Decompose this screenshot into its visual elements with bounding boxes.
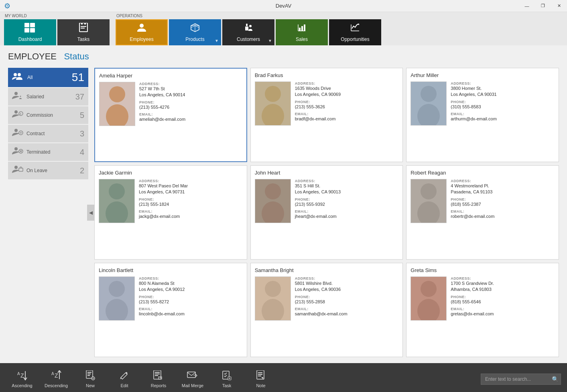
employee-info: ADDRESS: 351 S Hill St.Los Angeles, CA 9… xyxy=(295,179,399,223)
employee-photo xyxy=(255,276,291,321)
reports-button[interactable]: Reports xyxy=(142,365,175,392)
nav-bar: MY WORLD Dashboard xyxy=(0,12,567,45)
search-button[interactable]: 🔍 xyxy=(552,376,559,382)
title-bar: ⚙ DevAV — ❐ ✕ xyxy=(0,0,567,12)
mail-merge-icon xyxy=(187,370,198,382)
task-icon xyxy=(222,370,232,382)
sidebar-label-contract: Contract xyxy=(26,131,45,136)
nav-tile-employees[interactable]: Employees xyxy=(116,19,168,45)
restore-button[interactable]: ❐ xyxy=(535,0,551,12)
nav-tile-tasks[interactable]: Tasks xyxy=(57,19,110,45)
svg-point-57 xyxy=(421,281,437,297)
employee-card[interactable]: Jackie Garmin ADDRESS: 807 West Paseo De… xyxy=(94,165,247,260)
employee-name: Robert Reagan xyxy=(411,170,555,176)
sidebar-count-on-leave: 2 xyxy=(80,166,84,175)
svg-rect-77 xyxy=(258,374,262,375)
svg-point-19 xyxy=(14,73,17,76)
svg-rect-8 xyxy=(81,28,85,28)
nav-tile-customers[interactable]: Customers ▼ xyxy=(222,19,274,45)
nav-tile-sales[interactable]: Sales xyxy=(276,19,328,45)
sidebar: All 51 Salaried 37 xyxy=(8,68,88,357)
customers-dropdown-arrow[interactable]: ▼ xyxy=(268,39,272,43)
ascending-button[interactable]: A Z Ascending xyxy=(6,365,38,392)
employee-card[interactable]: Samantha Bright ADDRESS: 5801 Wilshire B… xyxy=(250,263,403,357)
sidebar-label-commission: Commission xyxy=(26,112,53,118)
mail-merge-button[interactable]: Mail Merge xyxy=(177,365,209,392)
employee-info: ADDRESS: 527 W 7th StLos Angeles, CA 900… xyxy=(139,82,242,126)
employee-name: Arthur Miller xyxy=(411,72,555,78)
svg-point-22 xyxy=(20,96,21,97)
products-dropdown-arrow[interactable]: ▼ xyxy=(215,39,219,43)
employees-icon xyxy=(136,23,147,35)
content-area: All 51 Salaried 37 xyxy=(8,68,559,357)
sidebar-count-commission: 5 xyxy=(80,111,84,120)
reports-icon xyxy=(153,370,164,382)
sidebar-collapse-button[interactable]: ◀ xyxy=(87,205,94,221)
nav-section-my-world: MY WORLD xyxy=(4,14,110,19)
sidebar-count-contract: 3 xyxy=(80,129,84,138)
svg-rect-3 xyxy=(30,28,35,32)
employee-name: Samantha Bright xyxy=(255,267,399,273)
sidebar-label-terminated: Terminated xyxy=(26,149,50,155)
sidebar-item-on-leave[interactable]: On Leave 2 xyxy=(8,162,88,179)
nav-section-operations: OPERATIONS xyxy=(116,14,381,19)
nav-tile-dashboard[interactable]: Dashboard xyxy=(4,19,56,45)
sidebar-item-contract[interactable]: Contract 3 xyxy=(8,125,88,142)
employee-name: Lincoln Bartlett xyxy=(99,267,243,273)
note-button[interactable]: Note xyxy=(245,365,277,392)
edit-button[interactable]: Edit xyxy=(108,365,140,392)
toolbar-search: 🔍 xyxy=(481,374,561,385)
svg-rect-65 xyxy=(87,374,91,374)
employee-info: ADDRESS: 800 N Alameda StLos Angeles, CA… xyxy=(139,276,243,321)
svg-point-48 xyxy=(421,183,437,199)
svg-rect-76 xyxy=(258,372,262,373)
descending-icon: A Z xyxy=(51,370,62,382)
employee-card[interactable]: Arthur Miller ADDRESS: 3800 Homer St.Los… xyxy=(406,68,559,162)
employee-card[interactable]: Brad Farkus ADDRESS: 1635 Woods DriveLos… xyxy=(250,68,403,162)
nav-tile-products[interactable]: Products ▼ xyxy=(169,19,221,45)
employee-name: Greta Sims xyxy=(411,267,555,273)
employee-card[interactable]: Amelia Harper ADDRESS: 527 W 7th StLos A… xyxy=(94,68,247,162)
page-title-suffix: Status xyxy=(64,51,89,61)
nav-tile-opportunities[interactable]: Opportunities xyxy=(329,19,381,45)
employee-card[interactable]: Greta Sims ADDRESS: 1700 S Grandview Dr.… xyxy=(406,263,559,357)
new-button[interactable]: New xyxy=(74,365,106,392)
svg-rect-70 xyxy=(155,374,160,374)
search-wrapper: 🔍 xyxy=(481,374,561,385)
svg-text:$: $ xyxy=(20,112,21,115)
employee-card[interactable]: John Heart ADDRESS: 351 S Hill St.Los An… xyxy=(250,165,403,260)
employees-label: Employees xyxy=(130,37,153,42)
svg-point-14 xyxy=(249,25,252,27)
sidebar-item-salaried[interactable]: Salaried 37 xyxy=(8,88,88,106)
task-button[interactable]: Task xyxy=(211,365,243,392)
minimize-button[interactable]: — xyxy=(519,0,535,12)
employee-info: ADDRESS: 3800 Homer St.Los Angeles, CA 9… xyxy=(451,81,555,126)
tasks-label: Tasks xyxy=(77,37,90,42)
svg-rect-64 xyxy=(87,372,91,373)
employee-info: ADDRESS: 5801 Wilshire Blvd.Los Angeles,… xyxy=(295,276,399,321)
employee-photo xyxy=(255,179,291,223)
svg-rect-16 xyxy=(301,26,303,31)
svg-point-36 xyxy=(265,86,281,102)
close-button[interactable]: ✕ xyxy=(551,0,567,12)
employee-info: ADDRESS: 1700 S Grandview Dr.Alhambra, C… xyxy=(451,276,555,321)
mail-merge-label: Mail Merge xyxy=(182,383,203,388)
svg-point-20 xyxy=(18,73,21,76)
sidebar-item-terminated[interactable]: Terminated 4 xyxy=(8,143,88,161)
customers-icon xyxy=(244,23,253,35)
descending-button[interactable]: A Z Descending xyxy=(40,365,72,392)
sidebar-item-all[interactable]: All 51 xyxy=(8,68,88,87)
commission-icon: $ xyxy=(12,110,23,121)
employee-card[interactable]: Robert Reagan ADDRESS: 4 Westmoreland Pl… xyxy=(406,165,559,260)
employee-name: Amelia Harper xyxy=(99,73,242,79)
search-input[interactable] xyxy=(481,374,561,385)
svg-rect-17 xyxy=(304,24,305,31)
svg-rect-10 xyxy=(246,24,248,26)
sidebar-item-commission[interactable]: $ Commission 5 xyxy=(8,106,88,124)
employee-card[interactable]: Lincoln Bartlett ADDRESS: 800 N Alameda … xyxy=(94,263,247,357)
sidebar-count-terminated: 4 xyxy=(80,148,84,157)
svg-rect-72 xyxy=(187,372,195,378)
bottom-toolbar: A Z Ascending A Z Descending xyxy=(0,363,567,392)
svg-rect-2 xyxy=(24,28,29,32)
note-icon xyxy=(256,370,266,382)
